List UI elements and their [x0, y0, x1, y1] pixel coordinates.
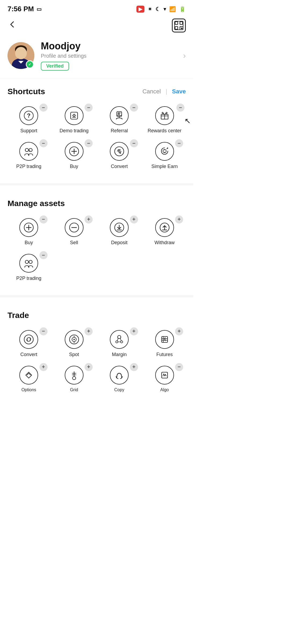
trade-margin[interactable]: + Margin [98, 327, 141, 360]
verified-badge: ✓ [26, 60, 34, 68]
demo-trading-icon [65, 106, 84, 125]
manage-buy[interactable]: − Buy [8, 215, 50, 248]
avatar-container: ✓ [8, 42, 34, 69]
svg-rect-50 [162, 372, 168, 378]
trade-spot-label: Spot [69, 352, 79, 358]
trade-convert[interactable]: − Convert [8, 327, 50, 360]
trade-copy-badge: + [130, 363, 138, 371]
support-label: Support [20, 128, 37, 134]
svg-point-37 [29, 260, 32, 264]
trade-grid-icon [65, 366, 84, 385]
scan-button[interactable] [172, 19, 186, 32]
save-button[interactable]: Save [172, 88, 186, 95]
buy-label: Buy [70, 163, 78, 170]
trade-spot[interactable]: + Spot [53, 327, 96, 360]
svg-text:?: ? [27, 112, 31, 119]
shortcut-simple-earn[interactable]: − Simple Earn [143, 139, 186, 172]
svg-point-11 [18, 45, 24, 50]
shortcuts-title: Shortcuts [8, 87, 45, 96]
shortcut-buy[interactable]: − Buy [53, 139, 96, 172]
trade-copy-label: Copy [114, 387, 124, 393]
divider-1 [0, 183, 193, 185]
back-button[interactable] [8, 20, 17, 32]
trade-futures-badge: + [175, 327, 183, 335]
rewards-center-badge: − [176, 104, 184, 112]
manage-buy-badge: − [39, 215, 48, 224]
svg-point-44 [121, 341, 123, 343]
trade-algo-label: Algo [160, 387, 169, 393]
shortcuts-row1: − ? Support − Demo trading [8, 104, 186, 137]
trade-margin-label: Margin [112, 352, 127, 358]
p2p-badge: − [39, 139, 48, 147]
manage-withdraw-icon [155, 218, 174, 237]
shortcut-p2p-trading[interactable]: − P2P trading [8, 139, 50, 172]
trade-futures[interactable]: + Futures [143, 327, 186, 360]
trade-options[interactable]: + Options [8, 363, 50, 396]
buy-badge: − [85, 139, 93, 147]
svg-rect-5 [181, 28, 183, 29]
trade-row2: + Options + Grid [8, 363, 186, 396]
manage-p2p-badge: − [39, 251, 48, 259]
trade-convert-label: Convert [20, 352, 37, 358]
trade-grid-badge: + [85, 363, 93, 371]
svg-point-10 [15, 47, 27, 53]
trade-grid-label: Grid [70, 387, 78, 393]
shortcut-convert[interactable]: − Convert [98, 139, 141, 172]
manage-assets-title: Manage assets [8, 199, 65, 208]
svg-rect-2 [175, 27, 178, 29]
simple-earn-label: Simple Earn [151, 163, 178, 170]
battery-icon: 🔋 [179, 6, 186, 12]
verified-tag: Verified [41, 62, 69, 71]
shortcuts-row2: − P2P trading − Buy [8, 139, 186, 172]
referral-label: Referral [111, 128, 128, 134]
svg-point-19 [119, 116, 120, 118]
svg-point-46 [73, 376, 76, 380]
svg-point-43 [116, 341, 118, 343]
trade-grid[interactable]: + Grid [53, 363, 96, 396]
status-bar: 7:56 PM ▭ ▶ ✴ ☾ ▾ 📶 🔋 [0, 0, 193, 16]
trade-options-label: Options [21, 387, 36, 393]
manage-deposit-icon [110, 218, 129, 237]
trade-spot-icon [65, 330, 84, 349]
manage-withdraw-badge: + [175, 215, 183, 224]
manage-withdraw[interactable]: + Withdraw [143, 215, 186, 248]
shortcuts-actions: Cancel | Save [142, 88, 186, 95]
svg-point-38 [24, 335, 33, 344]
signal-icon: ▾ [164, 6, 166, 12]
shortcut-demo-trading[interactable]: − Demo trading [53, 104, 96, 137]
convert-icon [110, 142, 129, 161]
trade-futures-icon [155, 330, 174, 349]
cancel-button[interactable]: Cancel [142, 88, 161, 95]
profile-name: Moodjoy [41, 41, 177, 52]
manage-assets-header: Manage assets [8, 199, 186, 208]
trade-options-icon [19, 366, 38, 385]
divider: | [166, 88, 167, 95]
manage-sell-label: Sell [70, 240, 78, 246]
trade-row1: − Convert + [8, 327, 186, 360]
shortcut-support[interactable]: − ? Support [8, 104, 50, 137]
manage-sell[interactable]: + Sell [53, 215, 96, 248]
rewards-center-icon [155, 106, 174, 125]
record-icon: ▶ [136, 6, 144, 13]
trade-copy-icon [110, 366, 129, 385]
status-time: 7:56 PM [8, 5, 34, 13]
manage-p2p[interactable]: − P2P trading [8, 251, 50, 284]
demo-trading-badge: − [85, 104, 93, 112]
manage-p2p-icon [19, 254, 38, 273]
manage-deposit[interactable]: + Deposit [98, 215, 141, 248]
trade-algo[interactable]: − Algo [143, 363, 186, 396]
trade-convert-badge: − [39, 327, 48, 335]
profile-arrow[interactable]: › [183, 51, 186, 60]
convert-badge: − [130, 139, 138, 147]
shortcuts-section: Shortcuts Cancel | Save − ? Support − [0, 79, 193, 178]
trade-section: Trade − Convert + [0, 303, 193, 401]
shortcut-referral[interactable]: − Referral [98, 104, 141, 137]
p2p-label: P2P trading [16, 163, 41, 170]
trade-convert-icon [19, 330, 38, 349]
manage-assets-row1: − Buy + Sell + [8, 215, 186, 248]
demo-trading-label: Demo trading [60, 128, 89, 134]
svg-point-26 [115, 147, 124, 156]
shortcut-rewards-center[interactable]: − Rewards center ↖ [143, 104, 186, 137]
trade-margin-icon [110, 330, 129, 349]
trade-copy[interactable]: + Copy [98, 363, 141, 396]
